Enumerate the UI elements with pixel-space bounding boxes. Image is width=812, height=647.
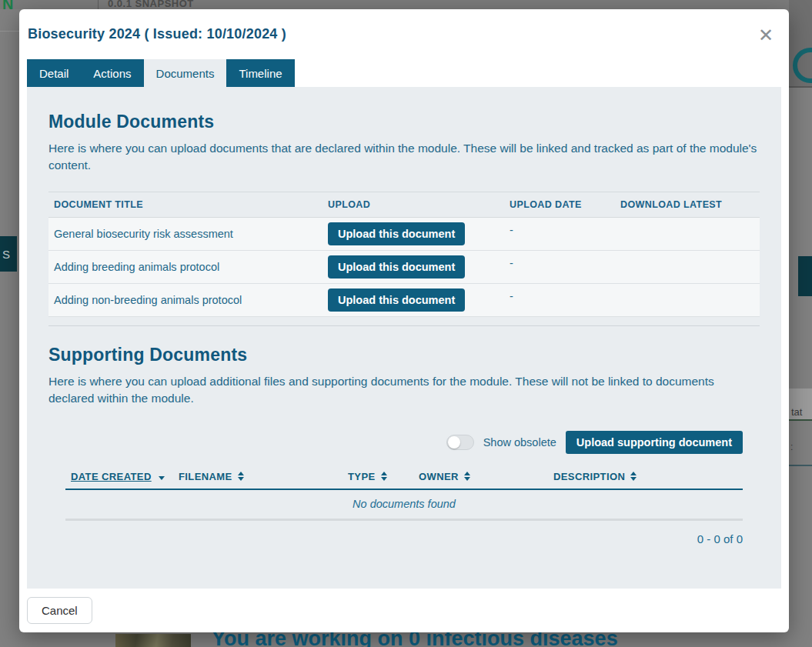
upload-document-button[interactable]: Upload this document: [328, 222, 465, 245]
sort-icon: [381, 472, 387, 481]
module-documents-dialog: Biosecurity 2024 ( Issued: 10/10/2024 ) …: [19, 9, 789, 632]
module-documents-table-header: DOCUMENT TITLE UPLOAD UPLOAD DATE DOWNLO…: [48, 192, 760, 218]
toggle-knob: [448, 436, 460, 449]
top-bar-divider: [98, 0, 99, 9]
supporting-documents-table: DATE CREATED FILENAME TYPE OWNER: [65, 466, 743, 545]
dialog-title: Biosecurity 2024 ( Issued: 10/10/2024 ): [28, 26, 286, 42]
supporting-documents-heading: Supporting Documents: [48, 345, 760, 365]
pagination-summary: 0 - 0 of 0: [65, 532, 743, 545]
sort-desc-icon: [159, 476, 165, 480]
column-header-owner[interactable]: OWNER: [419, 471, 553, 482]
upload-date-value: -: [510, 222, 620, 236]
background-text-fragment: :: [790, 442, 793, 452]
tab-actions[interactable]: Actions: [81, 59, 143, 87]
column-header-upload: UPLOAD: [328, 199, 510, 210]
tab-documents[interactable]: Documents: [144, 59, 227, 87]
module-documents-table: DOCUMENT TITLE UPLOAD UPLOAD DATE DOWNLO…: [48, 192, 760, 317]
module-documents-heading: Module Documents: [48, 112, 760, 132]
document-title: General biosecurity risk assessment: [54, 228, 328, 240]
background-divider: [789, 465, 812, 466]
supporting-documents-controls: Show obsolete Upload supporting document: [48, 431, 743, 454]
background-divider: [0, 31, 19, 32]
supporting-documents-table-header: DATE CREATED FILENAME TYPE OWNER: [65, 466, 743, 490]
upload-supporting-document-button[interactable]: Upload supporting document: [566, 431, 743, 454]
background-divider: [789, 86, 812, 88]
column-header-description[interactable]: DESCRIPTION: [553, 471, 743, 482]
empty-table-message: No documents found: [65, 490, 743, 521]
table-row: Adding breeding animals protocol Upload …: [48, 251, 760, 284]
sort-icon: [464, 472, 470, 481]
cancel-button[interactable]: Cancel: [27, 597, 92, 624]
app-logo: N: [2, 0, 13, 13]
show-obsolete-label: Show obsolete: [483, 436, 556, 449]
document-title: Adding breeding animals protocol: [54, 261, 328, 273]
upload-document-button[interactable]: Upload this document: [328, 288, 465, 312]
background-teal-block: [798, 256, 812, 296]
tab-timeline[interactable]: Timeline: [226, 59, 294, 87]
column-header-upload-date: UPLOAD DATE: [510, 199, 620, 210]
document-title: Adding non-breeding animals protocol: [54, 294, 328, 306]
background-text-fragment: tat: [789, 389, 812, 419]
section-divider: [48, 325, 760, 326]
upload-document-button[interactable]: Upload this document: [328, 255, 465, 278]
close-icon[interactable]: ✕: [755, 23, 777, 48]
upload-date-value: -: [510, 288, 620, 302]
background-divider: [789, 419, 812, 421]
supporting-documents-section: Supporting Documents Here is where you c…: [48, 345, 760, 545]
dialog-footer: Cancel: [19, 589, 789, 632]
tab-bar: Detail Actions Documents Timeline: [27, 59, 789, 87]
documents-tab-panel: Module Documents Here is where you can u…: [27, 87, 781, 589]
table-row: General biosecurity risk assessment Uplo…: [48, 218, 760, 251]
sort-icon: [630, 472, 637, 481]
tab-detail[interactable]: Detail: [27, 59, 81, 87]
column-header-type[interactable]: TYPE: [348, 471, 419, 482]
version-label: 0.0.1 SNAPSHOT: [108, 0, 194, 9]
dialog-header: Biosecurity 2024 ( Issued: 10/10/2024 ) …: [19, 9, 789, 59]
upload-date-value: -: [510, 255, 620, 269]
column-header-download-latest: DOWNLOAD LATEST: [620, 199, 760, 210]
sort-icon: [238, 472, 244, 481]
sidebar-item-fragment: S: [0, 236, 17, 272]
column-header-date-created[interactable]: DATE CREATED: [71, 471, 179, 482]
column-header-document-title: DOCUMENT TITLE: [54, 199, 328, 210]
show-obsolete-toggle[interactable]: [446, 435, 474, 450]
background-photo: [115, 634, 191, 647]
column-header-filename[interactable]: FILENAME: [179, 471, 348, 482]
module-documents-description: Here is where you can upload documents t…: [48, 140, 760, 175]
table-row: Adding non-breeding animals protocol Upl…: [48, 284, 760, 317]
supporting-documents-description: Here is where you can upload additional …: [48, 373, 760, 408]
screen: N 0.0.1 SNAPSHOT S tat : You are working…: [0, 0, 812, 647]
